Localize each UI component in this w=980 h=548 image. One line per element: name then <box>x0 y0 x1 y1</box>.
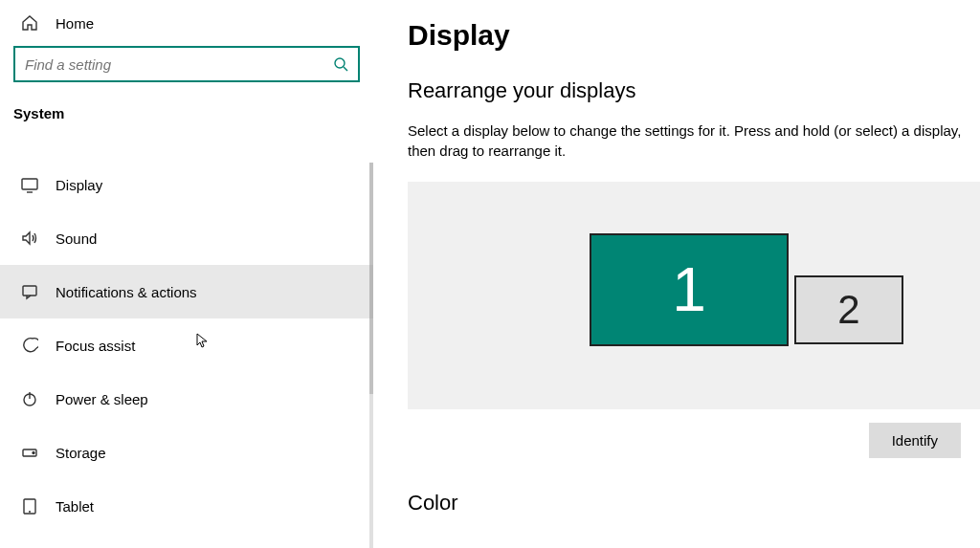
settings-sidebar: Home System Display <box>0 0 373 548</box>
search-input[interactable] <box>25 56 333 73</box>
sidebar-item-label: Sound <box>56 230 97 247</box>
sidebar-item-label: Notifications & actions <box>56 284 197 300</box>
sidebar-item-sound[interactable]: Sound <box>0 211 373 265</box>
monitor-2[interactable]: 2 <box>794 275 903 344</box>
sidebar-item-label: Storage <box>56 445 106 461</box>
svg-rect-1 <box>22 179 37 189</box>
power-icon <box>21 390 38 407</box>
home-label: Home <box>56 15 94 32</box>
sidebar-scrollbar[interactable] <box>369 163 373 548</box>
home-nav[interactable]: Home <box>0 0 373 46</box>
search-wrap <box>0 46 373 90</box>
home-icon <box>21 14 38 32</box>
color-section-title: Color <box>408 491 980 515</box>
sidebar-item-label: Focus assist <box>56 338 135 354</box>
rearrange-description: Select a display below to change the set… <box>408 121 980 161</box>
search-box[interactable] <box>13 46 360 82</box>
rearrange-title: Rearrange your displays <box>408 78 980 103</box>
svg-rect-2 <box>23 286 36 296</box>
focus-assist-icon <box>21 337 38 354</box>
monitors-group: 1 2 <box>590 233 909 346</box>
notifications-icon <box>21 283 38 300</box>
search-icon <box>333 56 348 72</box>
identify-button[interactable]: Identify <box>869 423 961 458</box>
svg-point-5 <box>33 452 34 454</box>
monitor-1[interactable]: 1 <box>590 233 789 346</box>
sidebar-item-notifications[interactable]: Notifications & actions <box>0 265 373 318</box>
sidebar-item-display[interactable]: Display <box>0 158 373 211</box>
sidebar-item-label: Display <box>56 177 102 193</box>
display-icon <box>21 176 38 193</box>
sidebar-item-power-sleep[interactable]: Power & sleep <box>0 372 373 426</box>
group-title: System <box>0 90 373 133</box>
sidebar-item-label: Power & sleep <box>56 391 148 407</box>
svg-point-0 <box>335 58 345 68</box>
sidebar-item-label: Tablet <box>56 498 94 515</box>
main-content: Display Rearrange your displays Select a… <box>373 0 980 548</box>
sidebar-item-tablet[interactable]: Tablet <box>0 479 373 533</box>
display-arrangement-area[interactable]: 1 2 <box>408 182 980 409</box>
sound-icon <box>21 230 38 247</box>
sidebar-item-focus-assist[interactable]: Focus assist <box>0 318 373 372</box>
storage-icon <box>21 444 38 461</box>
tablet-icon <box>21 497 38 515</box>
sidebar-item-storage[interactable]: Storage <box>0 426 373 479</box>
nav-list: Display Sound Notifications & actions Fo… <box>0 158 373 533</box>
page-title: Display <box>408 19 980 52</box>
display-buttons-row: Identify <box>408 409 980 458</box>
